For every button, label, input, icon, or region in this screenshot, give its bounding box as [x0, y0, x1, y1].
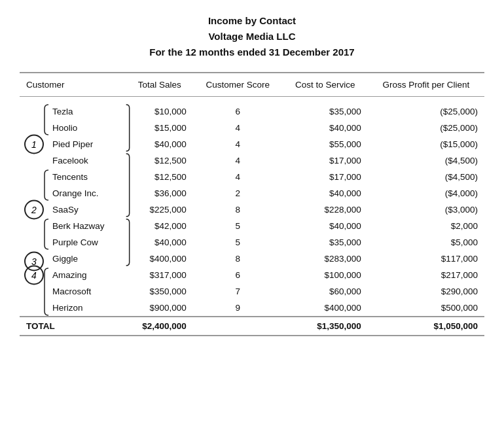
- cell-customer-score: 8: [193, 201, 283, 218]
- cell-customer-score: 8: [193, 251, 283, 267]
- cell-cost-to-service: $283,000: [283, 251, 368, 267]
- cell-total-sales: $317,000: [126, 267, 193, 283]
- cell-total-sales: $40,000: [126, 234, 193, 251]
- cell-customer: Facelook: [20, 152, 126, 169]
- cell-total-sales: $350,000: [126, 283, 193, 300]
- cell-gross-profit: $500,000: [368, 300, 484, 317]
- col-header-cost-to-service: Cost to Service: [283, 73, 368, 97]
- cell-gross-profit: ($4,500): [368, 169, 484, 185]
- cell-cost-to-service: $17,000: [283, 169, 368, 185]
- cell-customer-score: 4: [193, 152, 283, 169]
- cell-cost-to-service: $35,000: [283, 103, 368, 120]
- cell-customer-score: 2: [193, 185, 283, 201]
- cell-total-sales: $42,000: [126, 218, 193, 234]
- cell-cost-to-service: $228,000: [283, 201, 368, 218]
- cell-gross-profit: ($3,000): [368, 201, 484, 218]
- cell-customer: Hoolio: [20, 120, 126, 136]
- cell-gross-profit: $2,000: [368, 218, 484, 234]
- cell-cost-to-service: $40,000: [283, 218, 368, 234]
- cell-cost-to-service: $100,000: [283, 267, 368, 283]
- cell-customer: Purple Cow: [20, 234, 126, 251]
- cell-cost-to-service: $60,000: [283, 283, 368, 300]
- total-row: TOTAL $2,400,000 $1,350,000 $1,050,000: [20, 317, 484, 336]
- cell-customer: SaaSy: [20, 201, 126, 218]
- cell-gross-profit: $290,000: [368, 283, 484, 300]
- table-row: Purple Cow$40,0005$35,000$5,000: [20, 234, 484, 251]
- col-header-customer: Customer: [20, 73, 126, 97]
- report-header: Income by Contact Voltage Media LLC For …: [20, 13, 484, 60]
- cell-customer-score: 4: [193, 169, 283, 185]
- table-row: Orange Inc.$36,0002$40,000($4,000): [20, 185, 484, 201]
- cell-gross-profit: $217,000: [368, 267, 484, 283]
- cell-customer-score: 6: [193, 103, 283, 120]
- cell-customer-score: 9: [193, 300, 283, 317]
- cell-gross-profit: ($25,000): [368, 103, 484, 120]
- table-row: Tencents$12,5004$17,000($4,500): [20, 169, 484, 185]
- cell-customer: Pied Piper: [20, 136, 126, 152]
- cell-total-sales: $40,000: [126, 136, 193, 152]
- cell-total-sales: $12,500: [126, 152, 193, 169]
- cell-cost-to-service: $55,000: [283, 136, 368, 152]
- cell-customer: Giggle: [20, 251, 126, 267]
- total-score: [193, 317, 283, 336]
- cell-gross-profit: ($15,000): [368, 136, 484, 152]
- cell-gross-profit: ($25,000): [368, 120, 484, 136]
- cell-cost-to-service: $17,000: [283, 152, 368, 169]
- cell-customer: Orange Inc.: [20, 185, 126, 201]
- cell-gross-profit: $117,000: [368, 251, 484, 267]
- cell-gross-profit: $5,000: [368, 234, 484, 251]
- table-row: Hoolio$15,0004$40,000($25,000): [20, 120, 484, 136]
- cell-gross-profit: ($4,000): [368, 185, 484, 201]
- report-title-line3: For the 12 months ended 31 December 2017: [20, 44, 484, 60]
- cell-total-sales: $225,000: [126, 201, 193, 218]
- col-header-total-sales: Total Sales: [126, 73, 193, 97]
- cell-total-sales: $36,000: [126, 185, 193, 201]
- total-profit: $1,050,000: [368, 317, 484, 336]
- table-row: Giggle$400,0008$283,000$117,000: [20, 251, 484, 267]
- cell-customer: Tencents: [20, 169, 126, 185]
- cell-total-sales: $400,000: [126, 251, 193, 267]
- table-row: SaaSy$225,0008$228,000($3,000): [20, 201, 484, 218]
- cell-customer: Herizon: [20, 300, 126, 317]
- cell-customer-score: 4: [193, 120, 283, 136]
- cell-customer-score: 6: [193, 267, 283, 283]
- cell-customer-score: 4: [193, 136, 283, 152]
- col-header-gross-profit: Gross Profit per Client: [368, 73, 484, 97]
- table-row: Berk Hazway$42,0005$40,000$2,000: [20, 218, 484, 234]
- total-sales: $2,400,000: [126, 317, 193, 336]
- report-title-line2: Voltage Media LLC: [20, 29, 484, 44]
- cell-customer: Amazing: [20, 267, 126, 283]
- cell-total-sales: $900,000: [126, 300, 193, 317]
- cell-cost-to-service: $40,000: [283, 185, 368, 201]
- cell-customer: Macrosoft: [20, 283, 126, 300]
- cell-customer-score: 5: [193, 218, 283, 234]
- cell-customer: Berk Hazway: [20, 218, 126, 234]
- report-title-line1: Income by Contact: [20, 13, 484, 29]
- table-body: Tezla$10,0006$35,000($25,000)Hoolio$15,0…: [20, 103, 484, 317]
- table-row: Amazing$317,0006$100,000$217,000: [20, 267, 484, 283]
- cell-total-sales: $15,000: [126, 120, 193, 136]
- cell-cost-to-service: $400,000: [283, 300, 368, 317]
- table-row: Tezla$10,0006$35,000($25,000): [20, 103, 484, 120]
- table-header-row: Customer Total Sales Customer Score Cost…: [20, 73, 484, 97]
- income-table: Customer Total Sales Customer Score Cost…: [20, 72, 484, 336]
- cell-gross-profit: ($4,500): [368, 152, 484, 169]
- table-row: Facelook$12,5004$17,000($4,500): [20, 152, 484, 169]
- cell-cost-to-service: $40,000: [283, 120, 368, 136]
- table-row: Pied Piper$40,0004$55,000($15,000): [20, 136, 484, 152]
- table-row: Herizon$900,0009$400,000$500,000: [20, 300, 484, 317]
- cell-cost-to-service: $35,000: [283, 234, 368, 251]
- cell-total-sales: $10,000: [126, 103, 193, 120]
- total-label: TOTAL: [20, 317, 126, 336]
- cell-total-sales: $12,500: [126, 169, 193, 185]
- table-wrapper: Customer Total Sales Customer Score Cost…: [20, 72, 484, 336]
- cell-customer-score: 5: [193, 234, 283, 251]
- total-cost: $1,350,000: [283, 317, 368, 336]
- col-header-customer-score: Customer Score: [193, 73, 283, 97]
- cell-customer-score: 7: [193, 283, 283, 300]
- table-row: Macrosoft$350,0007$60,000$290,000: [20, 283, 484, 300]
- cell-customer: Tezla: [20, 103, 126, 120]
